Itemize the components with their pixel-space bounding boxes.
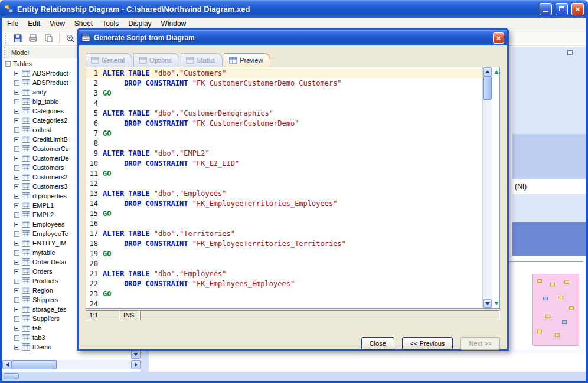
expand-icon[interactable]: [14, 146, 19, 152]
expand-icon[interactable]: [14, 288, 19, 293]
expand-icon[interactable]: [14, 297, 19, 303]
menu-sheet[interactable]: Sheet: [70, 18, 97, 30]
tree-item-label: storage_tes: [32, 306, 66, 313]
table-icon: [22, 107, 30, 114]
expand-icon[interactable]: [14, 165, 19, 171]
line-number: 16: [86, 219, 103, 229]
generate-script-dialog: Generate Script from Diagram × GeneralOp…: [77, 28, 509, 351]
tab-options[interactable]: Options: [133, 53, 179, 67]
toolbar-separator: [59, 33, 60, 44]
editor-statusbar: 1:1 INS: [86, 310, 500, 320]
hscroll-thumb[interactable]: [12, 360, 57, 369]
previous-button[interactable]: << Previous: [402, 337, 453, 350]
expand-icon[interactable]: [14, 109, 19, 114]
marker-down-icon: [494, 302, 499, 305]
expand-icon[interactable]: [14, 156, 19, 161]
expand-icon[interactable]: [14, 194, 19, 199]
code-line: 22 DROP CONSTRAINT "FK_Employees_Employe…: [86, 279, 482, 289]
code-line: 15GO: [86, 209, 482, 219]
tab-label: General: [102, 57, 125, 64]
tab-preview[interactable]: Preview: [224, 53, 270, 67]
tree-item-label: tDemo: [32, 343, 51, 351]
expand-icon[interactable]: [14, 127, 19, 133]
menu-edit[interactable]: Edit: [23, 18, 45, 30]
export-button[interactable]: [42, 32, 55, 45]
scroll-right-button[interactable]: [131, 360, 141, 369]
restore-button[interactable]: [556, 3, 568, 15]
expand-icon[interactable]: [14, 326, 19, 331]
overview-window[interactable]: [503, 261, 583, 351]
dialog-titlebar[interactable]: Generate Script from Diagram ×: [79, 30, 507, 45]
close-button[interactable]: Close: [361, 337, 394, 350]
expand-icon[interactable]: [14, 335, 19, 341]
menu-view[interactable]: View: [45, 18, 70, 30]
code-line: 5ALTER TABLE "dbo"."CustomerDemographics…: [86, 109, 482, 119]
expand-icon[interactable]: [14, 279, 19, 284]
table-icon: [22, 240, 30, 247]
scroll-track[interactable]: [483, 100, 492, 299]
expand-icon[interactable]: [14, 222, 19, 227]
expand-icon[interactable]: [14, 184, 19, 189]
table-icon: [22, 126, 30, 133]
menu-file[interactable]: File: [2, 18, 23, 30]
code-line: 19GO: [86, 249, 482, 259]
expand-icon[interactable]: [14, 231, 19, 237]
expand-icon[interactable]: [14, 241, 19, 246]
expand-icon[interactable]: [14, 90, 19, 95]
child-restore-icon[interactable]: [567, 50, 573, 55]
menu-window[interactable]: Window: [156, 18, 191, 30]
expand-icon[interactable]: [14, 250, 19, 256]
tree-item-label: tab: [32, 325, 41, 332]
scroll-up-button[interactable]: [483, 67, 492, 76]
next-button[interactable]: Next >>: [460, 337, 500, 350]
table-icon: [22, 70, 30, 77]
tree-horizontal-scrollbar[interactable]: [2, 360, 141, 369]
tab-general[interactable]: General: [86, 53, 132, 67]
tree-item-label: dtproperties: [32, 192, 67, 199]
expand-icon[interactable]: [14, 118, 19, 123]
print-button[interactable]: [27, 32, 40, 45]
tab-icon: [186, 57, 194, 64]
expand-icon[interactable]: [14, 307, 19, 312]
sql-preview-editor[interactable]: 1ALTER TABLE "dbo"."Customers"2 DROP CON…: [86, 67, 500, 309]
expand-icon[interactable]: [14, 99, 19, 104]
expand-icon[interactable]: [14, 71, 19, 76]
tab-status[interactable]: Status: [181, 53, 223, 67]
scroll-down-button[interactable]: [483, 299, 492, 308]
zoom-in-button[interactable]: [64, 32, 77, 45]
app-icon: [4, 4, 14, 14]
expand-icon[interactable]: [14, 137, 19, 142]
line-number: 1: [86, 68, 103, 78]
menu-tools[interactable]: Tools: [97, 18, 123, 30]
insert-mode-indicator: INS: [120, 310, 140, 320]
close-button[interactable]: ×: [571, 3, 584, 15]
hscroll-track[interactable]: [57, 360, 131, 369]
expand-icon[interactable]: [14, 80, 19, 86]
dialog-close-button[interactable]: ×: [493, 32, 504, 44]
expand-icon[interactable]: [14, 345, 19, 350]
expand-icon[interactable]: [14, 316, 19, 322]
table-icon: [22, 287, 30, 294]
table-icon: [22, 98, 30, 105]
minimize-button[interactable]: [540, 3, 552, 15]
scroll-thumb[interactable]: [483, 76, 492, 100]
line-number: 17: [86, 229, 103, 239]
editor-scrollbar[interactable]: [482, 67, 492, 308]
bottom-scroll-thumb[interactable]: [4, 373, 19, 379]
expand-icon[interactable]: [14, 269, 19, 274]
expand-icon[interactable]: [14, 203, 19, 208]
window-titlebar[interactable]: Entity Relationship Diagram - C:\shared\…: [0, 0, 588, 18]
save-button[interactable]: [11, 32, 24, 45]
menu-display[interactable]: Display: [123, 18, 156, 30]
expand-icon[interactable]: [14, 175, 19, 180]
collapse-icon[interactable]: [5, 61, 11, 67]
scroll-left-button[interactable]: [2, 360, 12, 369]
line-number: 19: [86, 249, 103, 259]
panel-grip: [4, 47, 6, 58]
expand-icon[interactable]: [14, 260, 19, 265]
expand-icon[interactable]: [14, 212, 19, 218]
minimap-node: [564, 280, 569, 284]
line-number: 8: [86, 139, 103, 149]
bottom-scroll-strip[interactable]: [2, 372, 586, 381]
tree-item-label: coltest: [32, 126, 51, 133]
